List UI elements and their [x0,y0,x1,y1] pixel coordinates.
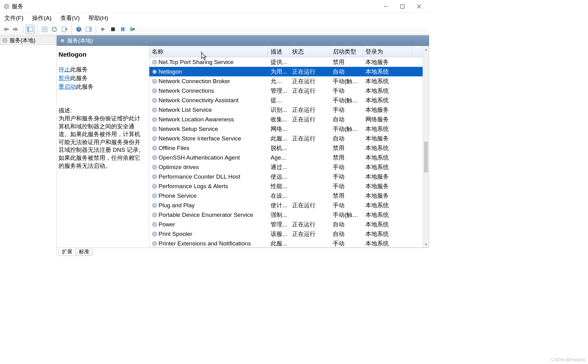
restart-link[interactable]: 重启动 [58,83,76,90]
minimize-button[interactable] [377,1,394,12]
cell-start-type: 手动 [330,240,363,248]
vertical-scrollbar[interactable]: ▴ ▾ [423,46,429,247]
column-headers: 名称 ▴ 描述 状态 启动类型 登录为 [149,46,423,57]
gear-icon [152,69,157,75]
col-header-name[interactable]: 名称 ▴ [149,46,268,57]
cell-status: 正在运行 [290,230,330,238]
cell-desc: 该服... [268,230,290,238]
table-row[interactable]: Network List Service识别...正在运行手动本地服务 [149,105,423,115]
start-service-button[interactable] [99,25,108,34]
table-row[interactable]: Network Setup Service网络...手动(触发...本地系统 [149,124,423,134]
table-row[interactable]: Performance Logs & Alerts性能...手动本地服务 [149,181,423,191]
scroll-thumb[interactable] [424,142,428,172]
scroll-down-icon[interactable]: ▾ [423,241,429,247]
cell-desc: 网络... [268,125,290,133]
gear-icon [152,231,157,237]
stop-service-button[interactable] [108,25,118,34]
menu-action[interactable]: 操作(A) [32,14,51,22]
service-name-label: Portable Device Enumerator Service [159,212,253,218]
body-area: 服务(本地) 服务(本地) Netlogon 停止此服务 暂停此服务 重启动此服… [0,35,429,256]
tab-extended[interactable]: 扩展 [58,248,76,256]
stop-link[interactable]: 停止 [58,66,70,73]
cell-desc: 脱机... [268,144,290,152]
cell-logon: 本地服务 [363,135,412,143]
svg-marker-22 [54,27,56,29]
cell-status: 正在运行 [290,201,330,209]
table-row[interactable]: Network Location Awareness收集...正在运行自动网络服… [149,115,423,124]
gear-icon [152,98,157,103]
export-button[interactable] [60,25,69,34]
table-row[interactable]: Printer Extensions and Notifications此服..… [149,239,423,247]
menu-help[interactable]: 帮助(H) [88,14,108,22]
properties-button[interactable] [40,25,49,34]
table-row[interactable]: Phone Service在设...禁用本地服务 [149,191,423,200]
nav-forward-button[interactable] [11,25,20,34]
cell-status: 正在运行 [290,135,330,143]
cell-logon: 本地服务 [363,106,412,114]
gear-icon [152,117,157,122]
show-hide-tree-button[interactable] [26,25,35,34]
tab-standard[interactable]: 标准 [75,248,93,256]
service-name-label: Phone Service [159,192,197,199]
col-header-logon[interactable]: 登录为 [363,46,412,57]
cell-logon: 本地系统 [363,201,412,209]
table-row[interactable]: Net.Tcp Port Sharing Service提供...禁用本地服务 [149,57,423,67]
cell-name: Network Connectivity Assistant [149,97,268,104]
cell-logon: 本地服务 [363,182,412,190]
restart-service-button[interactable] [128,25,137,34]
cell-desc: 收集... [268,115,290,123]
cell-desc: 在设... [268,192,290,200]
scroll-track[interactable] [423,52,429,241]
close-button[interactable] [411,1,427,12]
table-row[interactable]: Network Connectivity Assistant提供 ...手动(触… [149,95,423,105]
cell-logon: 本地系统 [363,163,412,171]
table-row[interactable]: Offline Files脱机...禁用本地系统 [149,143,423,153]
desc-label: 描述: [58,107,145,115]
table-row[interactable]: Plug and Play使计...正在运行手动本地系统 [149,200,423,210]
rows: Net.Tcp Port Sharing Service提供...禁用本地服务N… [149,57,423,247]
table-row[interactable]: Network Store Interface Service此服...正在运行… [149,134,423,143]
table-row[interactable]: Network Connection Broker允许 ...正在运行手动(触发… [149,76,423,86]
cell-start-type: 手动 [330,182,363,190]
tree-item-services-local[interactable]: 服务(本地) [1,36,56,45]
pause-service-button[interactable] [118,25,127,34]
table-row[interactable]: Print Spooler该服...正在运行自动本地系统 [149,229,423,239]
table-row[interactable]: Netlogon为用...正在运行自动本地系统 [149,67,423,76]
cell-status: 正在运行 [290,68,330,76]
table-row[interactable]: Optimize drives通过...手动本地系统 [149,162,423,172]
cell-name: Portable Device Enumerator Service [149,212,268,218]
col-header-desc[interactable]: 描述 [268,46,290,57]
scroll-up-icon[interactable]: ▴ [423,46,429,52]
cell-start-type: 禁用 [330,144,363,152]
col-header-start[interactable]: 启动类型 [330,46,363,57]
table-row[interactable]: Network Connections管理...正在运行手动本地系统 [149,86,423,95]
show-hide-action-button[interactable] [84,25,93,34]
service-name-label: Print Spooler [159,231,192,237]
table-row[interactable]: OpenSSH Authentication AgentAge...禁用本地系统 [149,153,423,162]
menu-file[interactable]: 文件(F) [4,14,23,22]
gear-icon [152,126,157,132]
cell-status: 正在运行 [290,106,330,114]
svg-rect-11 [401,5,404,8]
cell-status: 正在运行 [290,87,330,95]
cell-desc: 提供 ... [268,96,290,104]
service-name-label: Plug and Play [159,202,195,209]
table-row[interactable]: Performance Counter DLL Host使远...手动本地服务 [149,172,423,181]
table-row[interactable]: Portable Device Enumerator Service强制...手… [149,210,423,220]
cell-logon: 本地服务 [363,192,412,200]
help-button[interactable]: ? [74,25,83,34]
maximize-button[interactable] [394,1,411,12]
pause-link[interactable]: 暂停 [58,75,70,81]
refresh-button[interactable] [50,25,59,34]
table-row[interactable]: Power管理...正在运行自动本地系统 [149,220,423,229]
nav-back-button[interactable] [1,25,10,34]
col-header-status[interactable]: 状态 [290,46,330,57]
cell-status: 正在运行 [290,115,330,123]
cell-desc: 提供... [268,58,290,66]
cell-logon: 本地系统 [363,68,412,76]
svg-rect-33 [123,27,124,31]
service-name-label: Optimize drives [159,164,199,171]
menu-view[interactable]: 查看(V) [60,14,80,22]
cell-name: Netlogon [149,68,268,75]
cell-start-type: 手动 [330,201,363,209]
